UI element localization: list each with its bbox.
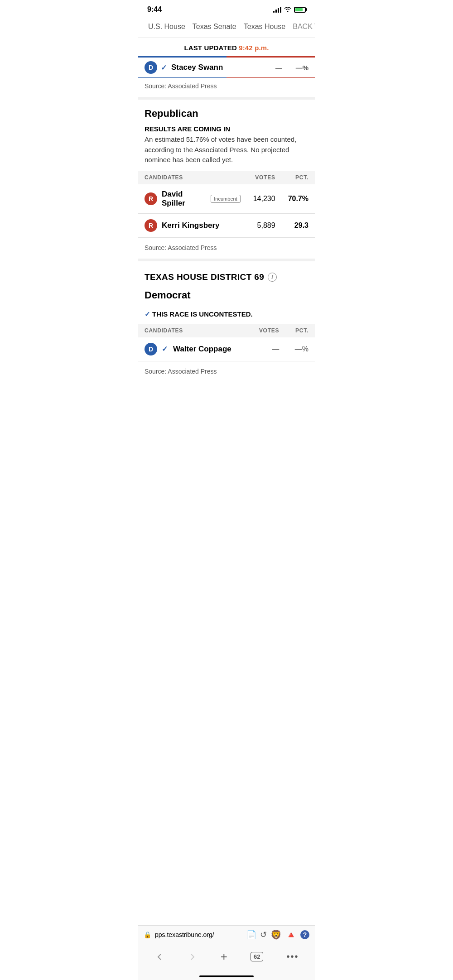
uncontested-check: ✓ [145,310,150,318]
votes-cell-1: 14,230 [247,184,282,214]
table-row: R David Spiller Incumbent 14,230 70.7% [138,184,315,214]
results-title: RESULTS ARE COMING IN [145,125,308,133]
republican-candidates-table: CANDIDATES VOTES PCT. R David Spiller In… [138,171,315,238]
last-updated: LAST UPDATED 9:42 p.m. [138,38,315,56]
candidate-cell-2: R Kerri Kingsbery [138,213,247,237]
candidate-cell-dem-1: D ✓ Walter Coppage [138,337,249,361]
party-badge-rep-2: R [145,219,157,232]
winner-check-coppage: ✓ [162,345,168,353]
cutoff-pct: —% [286,64,308,72]
source-line-1: Source: Associated Press [138,78,315,97]
source-line-2: Source: Associated Press [138,238,315,259]
party-badge-dem: D [145,61,157,74]
democrat-heading: Democrat [138,287,315,307]
tab-texas-senate[interactable]: Texas Senate [189,21,240,33]
table-row: R Kerri Kingsbery 5,889 29.3 [138,213,315,237]
tab-texas-house[interactable]: Texas House [240,21,289,33]
wifi-icon [284,6,291,14]
col-pct: PCT. [282,171,315,184]
cutoff-row: D ✓ Stacey Swann — —% [138,56,315,78]
col-candidates: CANDIDATES [138,171,247,184]
status-time: 9:44 [147,5,162,14]
results-banner: RESULTS ARE COMING IN An estimated 51.76… [138,125,315,171]
cutoff-votes: — [264,64,282,72]
votes-cell-dem-1: — [249,337,285,361]
battery-icon [294,7,306,13]
pct-cell-dem-1: —% [285,337,315,361]
tab-us-house[interactable]: U.S. House [145,21,189,33]
party-badge-rep-1: R [145,192,157,205]
pct-cell-1: 70.7% [282,184,315,214]
info-icon[interactable]: i [268,273,277,282]
col-pct-dem: PCT. [285,324,315,337]
district-69-section: TEXAS HOUSE DISTRICT 69 i Democrat ✓ THI… [138,261,315,361]
incumbent-badge: Incumbent [211,195,240,203]
status-bar: 9:44 [138,0,315,16]
col-votes: VOTES [247,171,282,184]
col-candidates-dem: CANDIDATES [138,324,249,337]
nav-tabs: U.S. House Texas Senate Texas House BACK… [138,16,315,38]
republican-heading: Republican [138,100,315,125]
table-header-row-dem: CANDIDATES VOTES PCT. [138,324,315,337]
candidate-name-1: David Spiller [162,190,206,208]
winner-checkmark: ✓ [161,63,167,72]
candidate-name-coppage: Walter Coppage [173,345,231,354]
uncontested-line: ✓ THIS RACE IS UNCONTESTED. [138,307,315,324]
table-header-row: CANDIDATES VOTES PCT. [138,171,315,184]
candidate-name-cutoff: Stacey Swann [171,63,260,72]
party-badge-dem-coppage: D [145,343,157,355]
table-row: D ✓ Walter Coppage — —% [138,337,315,361]
candidate-cell-1: R David Spiller Incumbent [138,184,247,214]
candidate-name-2: Kerri Kingsbery [162,221,220,230]
results-desc: An estimated 51.76% of votes have been c… [145,135,308,165]
votes-cell-2: 5,889 [247,213,282,237]
source-line-3: Source: Associated Press [138,361,315,382]
signal-icon [273,6,281,13]
district-69-heading: TEXAS HOUSE DISTRICT 69 i [138,261,315,287]
status-icons [273,6,306,14]
col-votes-dem: VOTES [249,324,285,337]
tab-back[interactable]: BACK T [289,21,315,33]
republican-section: Republican RESULTS ARE COMING IN An esti… [138,100,315,238]
pct-cell-2: 29.3 [282,213,315,237]
democrat-candidates-table: CANDIDATES VOTES PCT. D ✓ Walter Coppage… [138,324,315,361]
